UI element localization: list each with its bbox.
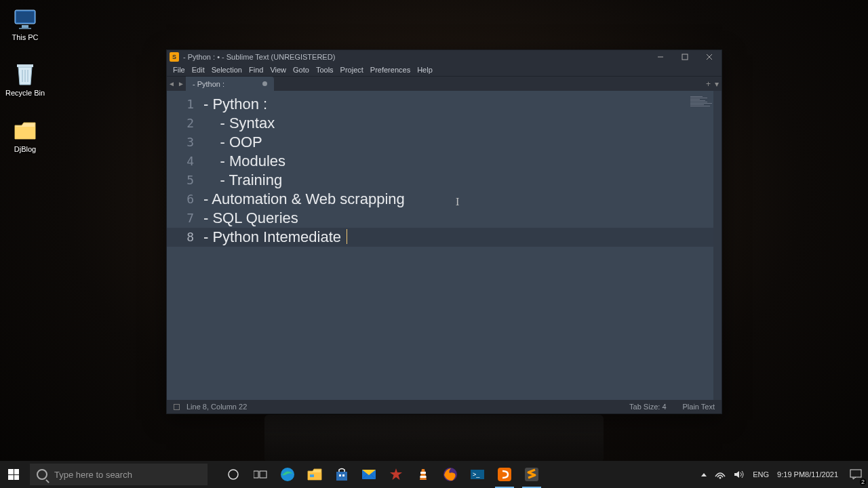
search-icon (37, 469, 47, 480)
notification-badge: 2 (860, 479, 866, 485)
start-button[interactable] (0, 461, 27, 488)
windows-logo-icon (8, 469, 19, 480)
desktop-icon-recycle-bin[interactable]: Recycle Bin (4, 62, 46, 97)
menu-file[interactable]: File (170, 66, 189, 74)
tray-volume-icon[interactable] (730, 461, 749, 488)
panel-switch-icon[interactable] (174, 404, 180, 410)
pc-icon (12, 7, 39, 31)
taskbar-app-edge[interactable] (274, 461, 301, 488)
svg-rect-4 (17, 64, 33, 67)
menu-project[interactable]: Project (337, 66, 367, 74)
taskbar-app-mail[interactable] (355, 461, 382, 488)
menu-preferences[interactable]: Preferences (367, 66, 414, 74)
taskbar-app-vlc[interactable] (410, 461, 437, 488)
desktop-icon-label: This PC (4, 33, 46, 41)
desktop-icon-this-pc[interactable]: This PC (4, 7, 46, 41)
svg-rect-23 (420, 476, 427, 478)
tab-size-selector[interactable]: Tab Size: 4 (629, 403, 666, 411)
tab-dropdown-icon[interactable]: ▾ (715, 79, 719, 89)
svg-point-29 (719, 477, 722, 479)
cursor-position: Line 8, Column 22 (186, 403, 247, 411)
desktop-icon-label: Recycle Bin (4, 89, 46, 97)
system-tray: ENG 9:19 PM 8/11/2021 2 (697, 461, 868, 488)
taskbar-app-snip[interactable] (382, 461, 410, 488)
taskbar-app-explorer[interactable] (301, 461, 328, 488)
tabbar: ◄ ► - Python : + ▾ (167, 76, 722, 91)
taskbar-app-store[interactable] (328, 461, 355, 488)
cortana-button[interactable] (220, 461, 247, 488)
tab-history-nav: ◄ ► (167, 77, 186, 91)
menu-tools[interactable]: Tools (313, 66, 337, 74)
close-button[interactable] (697, 50, 722, 64)
svg-rect-19 (339, 474, 341, 476)
tray-network-icon[interactable] (711, 461, 730, 488)
task-view-button[interactable] (247, 461, 274, 488)
code-line: - OOP (203, 133, 722, 152)
tab-label: - Python : (193, 80, 224, 88)
taskbar-search[interactable]: Type here to search (30, 464, 208, 485)
svg-rect-2 (22, 25, 28, 28)
mail-icon (361, 466, 377, 483)
tray-clock[interactable]: 9:19 PM 8/11/2021 (773, 461, 844, 488)
vlc-icon (415, 466, 431, 483)
editor[interactable]: 1 2 3 4 5 6 7 8 - Python : - Syntax - OO… (167, 91, 722, 400)
minimap[interactable] (690, 96, 715, 110)
menu-edit[interactable]: Edit (189, 66, 208, 74)
menu-goto[interactable]: Goto (290, 66, 313, 74)
desktop-icon-djblog[interactable]: DjBlog (4, 119, 46, 153)
line-number: 3 (167, 133, 203, 152)
tray-overflow-button[interactable] (697, 461, 711, 488)
terminal-icon: >_ (469, 466, 486, 483)
code-line: - Python : (203, 95, 722, 114)
edge-icon (279, 466, 296, 483)
svg-rect-27 (498, 468, 511, 481)
taskbar-app-terminal[interactable]: >_ (464, 461, 491, 488)
background-laptop (264, 415, 604, 462)
menu-selection[interactable]: Selection (208, 66, 245, 74)
menu-find[interactable]: Find (245, 66, 267, 74)
maximize-button[interactable] (673, 50, 697, 64)
taskbar-app-firefox[interactable] (437, 461, 464, 488)
svg-rect-18 (336, 472, 347, 481)
line-number: 2 (167, 114, 203, 133)
tray-notifications-button[interactable]: 2 (844, 461, 868, 488)
tab-python[interactable]: - Python : (186, 77, 274, 91)
firefox-icon (442, 466, 458, 483)
tab-forward-icon[interactable]: ► (176, 80, 186, 87)
file-explorer-icon (307, 466, 323, 483)
svg-rect-17 (310, 474, 314, 477)
syntax-selector[interactable]: Plain Text (683, 403, 715, 411)
line-number: 1 (167, 95, 203, 114)
menu-help[interactable]: Help (414, 66, 436, 74)
code-area[interactable]: - Python : - Syntax - OOP - Modules - Tr… (203, 91, 722, 400)
desktop-icon-label: DjBlog (4, 145, 46, 153)
code-line: - Modules (203, 152, 722, 171)
code-line: - SQL Queries (203, 209, 722, 228)
svg-rect-22 (420, 472, 426, 474)
tab-back-icon[interactable]: ◄ (167, 80, 176, 87)
dirty-indicator-icon (262, 81, 267, 86)
recycle-bin-icon (12, 62, 39, 87)
folder-icon (12, 119, 39, 143)
minimize-button[interactable] (648, 50, 673, 64)
new-tab-button[interactable]: + (706, 79, 711, 89)
code-line: - Automation & Web scrapping (203, 190, 722, 209)
notification-icon (850, 469, 862, 480)
task-view-icon (252, 466, 269, 483)
line-number: 7 (167, 209, 203, 228)
menu-view[interactable]: View (267, 66, 290, 74)
taskbar-app-sublime[interactable] (518, 461, 545, 488)
tray-language[interactable]: ENG (749, 461, 773, 488)
sublime-app-icon: S (170, 52, 179, 62)
circle-icon (225, 466, 241, 483)
code-line: - Python Intemediate (203, 228, 722, 247)
sublime-icon (524, 466, 540, 483)
taskbar-app-camtasia[interactable] (491, 461, 518, 488)
titlebar[interactable]: S - Python : • - Sublime Text (UNREGISTE… (167, 50, 722, 64)
mouse-ibeam-icon: I (456, 196, 459, 208)
star-icon (388, 466, 404, 483)
statusbar: Line 8, Column 22 Tab Size: 4 Plain Text (167, 400, 722, 413)
vertical-scrollbar[interactable] (713, 91, 722, 400)
svg-rect-13 (254, 471, 258, 478)
svg-rect-3 (19, 28, 31, 29)
